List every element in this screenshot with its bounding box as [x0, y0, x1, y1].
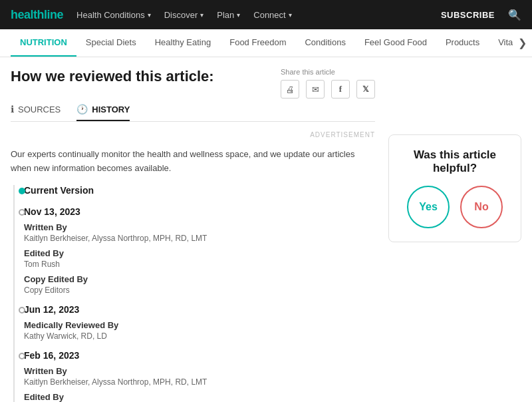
info-icon: ℹ: [11, 104, 14, 114]
timeline-section-label: Medically Reviewed By: [24, 320, 375, 330]
nav-connect-label: Connect: [253, 10, 285, 20]
timeline-section-label: Edited By: [24, 248, 375, 258]
timeline-section-label: Copy Edited By: [24, 274, 375, 284]
timeline-entry-dot: [19, 307, 25, 313]
timeline-entry-date: Nov 13, 2023: [19, 206, 375, 217]
timeline-section: Medically Reviewed ByKathy Warwick, RD, …: [19, 320, 375, 341]
article-title-block: How we reviewed this article:: [11, 68, 214, 93]
timeline-entry-date: Feb 16, 2023: [19, 350, 375, 361]
sub-nav-item-nutrition[interactable]: NUTRITION: [11, 29, 76, 57]
timeline-section-label: Edited By: [24, 392, 375, 402]
timeline-line: [13, 185, 15, 402]
timeline-section: Written ByKaitlyn Berkheiser, Alyssa Nor…: [19, 366, 375, 387]
sub-nav: NUTRITIONSpecial DietsHealthy EatingFood…: [0, 29, 532, 57]
chevron-down-icon: ▾: [237, 11, 240, 19]
sub-nav-item-conditions[interactable]: Conditions: [295, 29, 354, 57]
chevron-down-icon: ▾: [200, 11, 203, 19]
timeline-entry-dot: [19, 353, 25, 359]
timeline-section: Copy Edited ByCopy Editors: [19, 274, 375, 295]
timeline-section: Written ByKaitlyn Berkheiser, Alyssa Nor…: [19, 222, 375, 243]
sub-nav-item-food-freedom[interactable]: Food Freedom: [220, 29, 295, 57]
sub-nav-item-products[interactable]: Products: [436, 29, 489, 57]
timeline-section-value: Copy Editors: [24, 286, 375, 295]
current-version-block: Current Version: [19, 185, 375, 196]
main-container: How we reviewed this article: Share this…: [0, 57, 532, 402]
tab-sources[interactable]: ℹ SOURCES: [11, 99, 61, 121]
timeline-section: Edited ByAshley Williams: [19, 392, 375, 402]
twitter-icon[interactable]: 𝕏: [356, 80, 375, 99]
yes-button[interactable]: Yes: [407, 186, 450, 228]
timeline-entry: Nov 13, 2023Written ByKaitlyn Berkheiser…: [19, 206, 375, 295]
current-version-label: Current Version: [19, 185, 375, 196]
nav-discover[interactable]: Discover ▾: [164, 10, 204, 20]
timeline-section-value: Kathy Warwick, RD, LD: [24, 331, 375, 341]
helpful-box: Was this article helpful? Yes No: [388, 134, 521, 242]
nav-discover-label: Discover: [164, 10, 198, 20]
clock-icon: 🕐: [76, 104, 88, 114]
tabs: ℹ SOURCES 🕐 HISTORY: [11, 99, 375, 122]
current-version-dot: [19, 188, 25, 194]
article-description: Our experts continually monitor the heal…: [11, 148, 375, 176]
timeline-section-label: Written By: [24, 222, 375, 232]
content-right: Was this article helpful? Yes No: [388, 68, 521, 402]
sub-nav-item-feel-good-food[interactable]: Feel Good Food: [355, 29, 436, 57]
share-block: Share this article 🖨 ✉ f 𝕏: [281, 68, 375, 99]
timeline-entry: Feb 16, 2023Written ByKaitlyn Berkheiser…: [19, 350, 375, 402]
share-row: How we reviewed this article: Share this…: [11, 68, 375, 99]
timeline-section: Edited ByTom Rush: [19, 248, 375, 269]
chevron-down-icon: ▾: [148, 11, 151, 19]
tab-sources-label: SOURCES: [18, 104, 61, 114]
print-icon[interactable]: 🖨: [281, 80, 299, 99]
nav-health-conditions-label: Health Conditions: [76, 10, 145, 20]
timeline-entry-dot: [19, 209, 25, 216]
top-nav: healthline Health Conditions ▾ Discover …: [0, 0, 532, 29]
nav-connect[interactable]: Connect ▾: [253, 10, 291, 20]
timeline-entry: Jun 12, 2023Medically Reviewed ByKathy W…: [19, 304, 375, 341]
share-label: Share this article: [281, 68, 335, 76]
no-button[interactable]: No: [460, 186, 503, 228]
sub-nav-item-special-diets[interactable]: Special Diets: [76, 29, 146, 57]
nav-plan[interactable]: Plan ▾: [217, 10, 240, 20]
sub-nav-item-healthy-eating[interactable]: Healthy Eating: [146, 29, 221, 57]
timeline-entry-date: Jun 12, 2023: [19, 304, 375, 315]
sub-nav-right-arrow[interactable]: ❯: [513, 29, 532, 57]
tab-history[interactable]: 🕐 HISTORY: [76, 99, 130, 121]
timeline-section-value: Tom Rush: [24, 260, 375, 269]
search-icon[interactable]: 🔍: [508, 9, 521, 21]
timeline-section-value: Kaitlyn Berkheiser, Alyssa Northrop, MPH…: [24, 234, 375, 243]
logo[interactable]: healthline: [11, 8, 63, 22]
article-title: How we reviewed this article:: [11, 68, 214, 85]
tab-history-label: HISTORY: [92, 104, 130, 114]
share-icons: 🖨 ✉ f 𝕏: [281, 80, 375, 99]
helpful-buttons: Yes No: [400, 186, 510, 228]
email-icon[interactable]: ✉: [306, 80, 325, 99]
chevron-down-icon: ▾: [289, 11, 292, 19]
timeline-section-label: Written By: [24, 366, 375, 376]
timeline: Current VersionNov 13, 2023Written ByKai…: [11, 185, 375, 402]
facebook-icon[interactable]: f: [331, 80, 350, 99]
helpful-title: Was this article helpful?: [400, 148, 510, 175]
ad-label: ADVERTISEMENT: [310, 131, 375, 138]
subscribe-button[interactable]: SUBSCRIBE: [441, 10, 495, 20]
timeline-section-value: Kaitlyn Berkheiser, Alyssa Northrop, MPH…: [24, 377, 375, 387]
nav-health-conditions[interactable]: Health Conditions ▾: [76, 10, 151, 20]
nav-plan-label: Plan: [217, 10, 234, 20]
content-left: How we reviewed this article: Share this…: [11, 68, 375, 402]
